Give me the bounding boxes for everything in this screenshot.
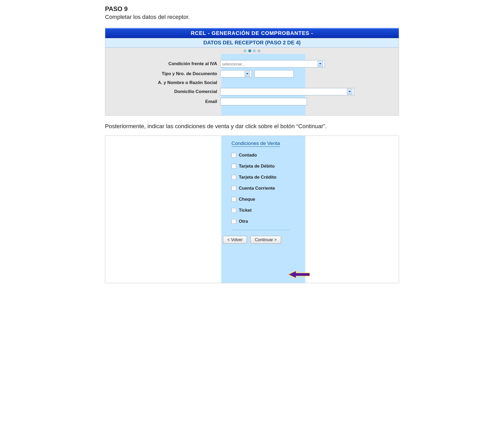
domicilio-select[interactable] — [220, 88, 354, 95]
doc-label: Tipo y Nro. de Documento — [108, 71, 220, 76]
stepper — [105, 48, 399, 54]
step-description: Completar los datos del receptor. — [105, 14, 399, 20]
doc-number-input[interactable] — [254, 70, 294, 77]
venta-option-label: Ticket — [239, 208, 252, 213]
venta-checkbox-tarjeta-debito[interactable] — [232, 164, 236, 169]
venta-title: Condiciones de Venta — [232, 141, 280, 147]
venta-option-label: Otra — [239, 219, 248, 224]
venta-panel: Condiciones de Venta Contado Tarjeta de … — [105, 136, 399, 283]
stepper-dot — [253, 49, 256, 52]
venta-option-label: Contado — [239, 153, 257, 158]
chevron-down-icon — [347, 89, 352, 95]
continue-button[interactable]: Continuar > — [250, 236, 281, 244]
stepper-dot — [258, 49, 260, 52]
chevron-down-icon — [245, 71, 250, 77]
chevron-down-icon — [318, 61, 323, 67]
venta-checkbox-contado[interactable] — [232, 153, 236, 158]
stepper-dot — [244, 49, 246, 52]
step-title: PASO 9 — [105, 5, 399, 13]
followup-text: Posteriormente, indicar las condiciones … — [105, 123, 399, 130]
email-input[interactable] — [220, 98, 307, 105]
annotation-arrow-icon — [287, 269, 311, 280]
venta-option-label: Tarjeta de Crédito — [239, 175, 276, 180]
domicilio-label: Domicilio Comercial — [108, 89, 220, 94]
doc-type-select[interactable] — [220, 70, 252, 77]
venta-checkbox-tarjeta-credito[interactable] — [232, 175, 236, 180]
panel-subheader: DATOS DEL RECEPTOR (PASO 2 DE 4) — [105, 38, 399, 48]
venta-checkbox-cheque[interactable] — [232, 197, 236, 202]
receptor-panel: RCEL - GENERACIÓN DE COMPROBANTES - DATO… — [105, 28, 399, 116]
stepper-dot-active — [248, 49, 251, 52]
back-button[interactable]: < Volver — [223, 236, 247, 244]
panel-header: RCEL - GENERACIÓN DE COMPROBANTES - — [105, 28, 399, 38]
venta-option-label: Cuenta Corriente — [239, 186, 275, 191]
iva-select-placeholder: seleccionar... — [222, 62, 245, 66]
email-label: Email — [108, 99, 220, 104]
venta-option-label: Tarjeta de Débito — [239, 164, 275, 169]
svg-marker-0 — [288, 271, 310, 278]
razon-label: A. y Nombre o Razón Social — [108, 80, 220, 85]
venta-checkbox-otra[interactable] — [232, 219, 236, 224]
venta-option-label: Cheque — [239, 197, 255, 202]
venta-checkbox-cuenta-corriente[interactable] — [232, 186, 236, 191]
iva-label: Condición frente al IVA — [108, 61, 220, 66]
venta-checkbox-ticket[interactable] — [232, 208, 236, 213]
venta-options-list: Contado Tarjeta de Débito Tarjeta de Cré… — [232, 153, 399, 224]
iva-select[interactable]: seleccionar... — [220, 60, 325, 68]
